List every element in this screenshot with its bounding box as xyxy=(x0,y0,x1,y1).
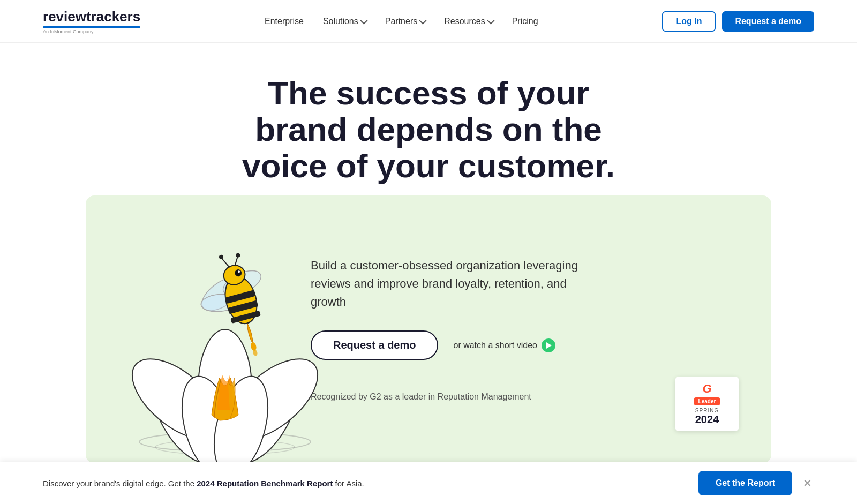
hero-card: Build a customer-obsessed organization l… xyxy=(86,195,771,463)
g2-badge-year: 2024 xyxy=(683,413,731,426)
g2-recognition-text: Recognized by G2 as a leader in Reputati… xyxy=(311,392,531,402)
request-demo-hero-button[interactable]: Request a demo xyxy=(311,330,438,360)
nav-resources[interactable]: Resources xyxy=(444,17,492,26)
logo-text-review: review xyxy=(43,9,86,25)
nav-actions: Log In Request a demo xyxy=(662,11,814,32)
logo[interactable]: reviewtrackers An InMoment Company xyxy=(43,9,140,34)
get-report-button[interactable]: Get the Report xyxy=(698,471,792,495)
g2-badge-g-letter: G xyxy=(683,382,731,396)
play-triangle-icon xyxy=(546,342,552,349)
hero-subtitle: Build a customer-obsessed organization l… xyxy=(311,257,589,311)
resources-chevron-icon xyxy=(487,17,494,24)
hero-cta-row: Request a demo or watch a short video xyxy=(311,330,728,360)
logo-tagline: An InMoment Company xyxy=(43,29,140,34)
g2-badge-top-label: Leader xyxy=(694,397,720,405)
banner-text: Discover your brand's digital edge. Get … xyxy=(43,479,364,488)
svg-point-23 xyxy=(250,341,257,351)
banner-actions: Get the Report ✕ xyxy=(698,471,814,495)
main-nav: Enterprise Solutions Partners Resources … xyxy=(265,17,538,26)
bottom-banner: Discover your brand's digital edge. Get … xyxy=(0,462,857,504)
nav-enterprise[interactable]: Enterprise xyxy=(265,17,304,26)
svg-point-22 xyxy=(235,252,240,258)
svg-point-20 xyxy=(219,254,224,260)
video-label: or watch a short video xyxy=(453,341,537,350)
partners-chevron-icon xyxy=(419,17,427,24)
login-button[interactable]: Log In xyxy=(662,11,716,32)
nav-solutions[interactable]: Solutions xyxy=(323,17,366,26)
banner-suffix: for Asia. xyxy=(333,479,364,488)
g2-badge-season: SPRING xyxy=(683,408,731,413)
banner-prefix: Discover your brand's digital edge. Get … xyxy=(43,479,197,488)
banner-close-button[interactable]: ✕ xyxy=(801,475,814,492)
hero-title: The success of your brand depends on the… xyxy=(225,75,632,185)
banner-bold-text: 2024 Reputation Benchmark Report xyxy=(197,479,333,488)
svg-line-21 xyxy=(232,256,240,266)
hero-section: The success of your brand depends on the… xyxy=(0,43,857,485)
request-demo-nav-button[interactable]: Request a demo xyxy=(722,11,814,32)
logo-text-trackers: trackers xyxy=(86,9,140,25)
play-icon xyxy=(542,338,555,352)
nav-pricing[interactable]: Pricing xyxy=(512,17,538,26)
watch-video-link[interactable]: or watch a short video xyxy=(453,338,555,352)
nav-partners[interactable]: Partners xyxy=(385,17,425,26)
solutions-chevron-icon xyxy=(360,17,367,24)
hero-illustration xyxy=(118,217,321,463)
g2-badge: G Leader SPRING 2024 xyxy=(675,377,739,431)
header: reviewtrackers An InMoment Company Enter… xyxy=(0,0,857,43)
logo-underline xyxy=(43,26,140,28)
g2-recognition: Recognized by G2 as a leader in Reputati… xyxy=(311,392,728,402)
